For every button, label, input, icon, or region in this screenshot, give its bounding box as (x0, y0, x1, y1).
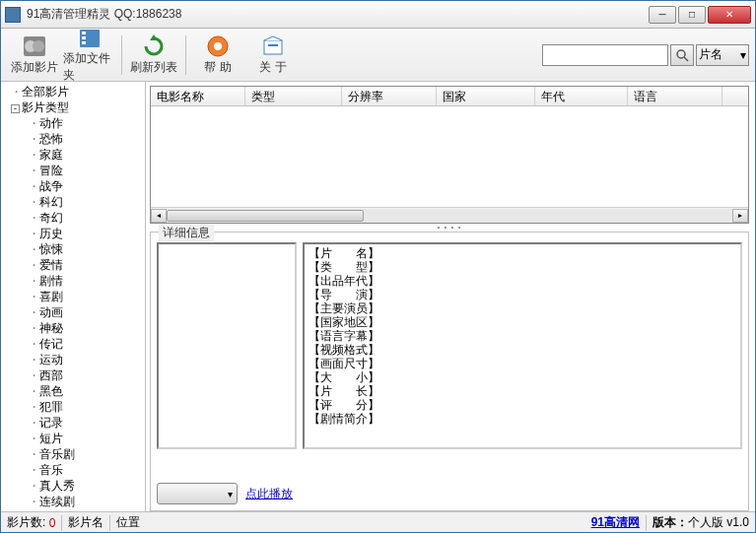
info-field: 【国家地区】 (309, 315, 736, 329)
info-field: 【片 长】 (309, 384, 736, 398)
tree-label: 战争 (39, 179, 63, 193)
info-field: 【评 分】 (309, 398, 736, 412)
tree-node[interactable]: ·连续剧 (1, 494, 145, 509)
scroll-thumb[interactable] (167, 210, 364, 222)
table-body[interactable] (151, 106, 748, 207)
tree-node[interactable]: ·爱情 (1, 257, 145, 273)
search-icon (675, 48, 689, 62)
column-header[interactable]: 类型 (245, 87, 342, 105)
info-box[interactable]: 【片 名】【类 型】【出品年代】【导 演】【主要演员】【国家地区】【语言字幕】【… (303, 242, 742, 449)
column-header[interactable]: 分辨率 (342, 87, 437, 105)
tree-label: 音乐剧 (39, 447, 75, 461)
help-button[interactable]: 帮 助 (190, 32, 245, 79)
add-folder-label: 添加文件夹 (63, 50, 116, 84)
column-header[interactable]: 年代 (535, 87, 628, 105)
tree-line-icon: · (29, 241, 39, 257)
tree-node[interactable]: ·音乐剧 (1, 446, 145, 462)
tree-node[interactable]: -影片类型 (1, 100, 145, 115)
expand-icon[interactable]: - (11, 104, 20, 113)
site-link[interactable]: 91高清网 (591, 514, 640, 531)
scroll-left-button[interactable]: ◂ (151, 209, 167, 223)
window-title: 91高清管理精灵 QQ:1886238 (27, 6, 649, 23)
add-movie-button[interactable]: 添加影片 (7, 32, 62, 79)
column-header[interactable]: 语言 (628, 87, 722, 105)
tree-line-icon: · (29, 399, 39, 415)
tree-node[interactable]: ·运动 (1, 352, 145, 367)
tree-line-icon: · (29, 336, 39, 352)
tree-node[interactable]: ·记录 (1, 415, 145, 431)
movie-table: 电影名称类型分辨率国家年代语言 ◂ ▸ (150, 86, 749, 224)
svg-point-8 (214, 42, 222, 50)
about-button[interactable]: 关 于 (245, 32, 301, 79)
horizontal-splitter[interactable]: • • • • (150, 224, 749, 230)
help-label: 帮 助 (204, 59, 231, 76)
search-field-label: 片名 (699, 46, 722, 63)
minimize-button[interactable]: ─ (649, 6, 676, 24)
tree-node[interactable]: ·奇幻 (1, 210, 145, 226)
refresh-icon (140, 33, 168, 59)
tree-label: 真人秀 (39, 479, 75, 493)
tree-node[interactable]: ·动作 (1, 115, 145, 131)
status-bar: 影片数: 0 影片名 位置 91高清网 版本：个人版 v1.0 (1, 511, 755, 533)
tree-label: 记录 (39, 416, 63, 430)
category-tree[interactable]: ·全部影片-影片类型·动作·恐怖·家庭·冒险·战争·科幻·奇幻·历史·惊悚·爱情… (1, 82, 146, 511)
name-label: 影片名 (68, 514, 103, 531)
column-header[interactable]: 国家 (437, 87, 535, 105)
tree-line-icon: · (29, 446, 39, 462)
tree-node[interactable]: ·传记 (1, 336, 145, 352)
tree-node[interactable]: ·其它 (1, 509, 145, 511)
tree-node[interactable]: ·家庭 (1, 147, 145, 163)
tree-node[interactable]: ·科幻 (1, 194, 145, 210)
tree-node[interactable]: ·战争 (1, 178, 145, 194)
tree-node[interactable]: ·喜剧 (1, 289, 145, 304)
tree-node[interactable]: ·真人秀 (1, 478, 145, 494)
tree-label: 影片类型 (22, 100, 69, 114)
tree-node[interactable]: ·犯罪 (1, 399, 145, 415)
tree-line-icon: · (29, 462, 39, 478)
tree-node[interactable]: ·全部影片 (1, 84, 145, 100)
film-icon (21, 33, 48, 59)
tree-node[interactable]: ·历史 (1, 226, 145, 241)
search-field-select[interactable]: 片名 ▾ (696, 44, 749, 66)
horizontal-scrollbar[interactable]: ◂ ▸ (151, 207, 748, 223)
search-button[interactable] (670, 44, 694, 66)
tree-label: 西部 (39, 368, 63, 382)
tree-line-icon: · (29, 509, 39, 511)
search-input[interactable] (542, 44, 668, 66)
chevron-down-icon: ▾ (740, 48, 746, 62)
tree-node[interactable]: ·西部 (1, 367, 145, 383)
tree-line-icon: · (29, 115, 39, 131)
add-folder-button[interactable]: 添加文件夹 (62, 32, 117, 79)
right-panel: 电影名称类型分辨率国家年代语言 ◂ ▸ • • • • 详细信息 【片 名】【类… (146, 82, 755, 511)
tree-label: 科幻 (39, 195, 63, 209)
play-link[interactable]: 点此播放 (245, 486, 293, 502)
titlebar: 91高清管理精灵 QQ:1886238 ─ □ ✕ (1, 1, 755, 29)
tree-node[interactable]: ·恐怖 (1, 131, 145, 147)
tree-label: 运动 (39, 353, 63, 366)
close-button[interactable]: ✕ (708, 6, 751, 24)
tree-line-icon: · (29, 147, 39, 163)
tree-node[interactable]: ·黑色 (1, 383, 145, 399)
column-header[interactable]: 电影名称 (151, 87, 245, 105)
tree-label: 犯罪 (39, 400, 63, 414)
tree-label: 喜剧 (39, 290, 63, 303)
maximize-button[interactable]: □ (678, 6, 706, 24)
tree-node[interactable]: ·动画 (1, 304, 145, 320)
play-dropdown-button[interactable]: ▾ (157, 483, 238, 504)
tree-node[interactable]: ·音乐 (1, 462, 145, 478)
tree-label: 剧情 (39, 274, 63, 288)
tree-node[interactable]: ·冒险 (1, 163, 145, 178)
scroll-right-button[interactable]: ▸ (732, 209, 748, 223)
tree-line-icon: · (11, 84, 22, 100)
tree-node[interactable]: ·神秘 (1, 320, 145, 336)
scroll-track[interactable] (167, 209, 732, 223)
info-field: 【语言字幕】 (309, 329, 736, 343)
tree-node[interactable]: ·剧情 (1, 273, 145, 289)
refresh-button[interactable]: 刷新列表 (126, 32, 181, 79)
toolbar: 添加影片 添加文件夹 刷新列表 帮 助 关 于 片名 ▾ (1, 29, 755, 82)
tree-node[interactable]: ·惊悚 (1, 241, 145, 257)
svg-rect-6 (82, 41, 86, 44)
tree-line-icon: · (29, 194, 39, 210)
svg-rect-4 (82, 32, 86, 34)
tree-node[interactable]: ·短片 (1, 431, 145, 446)
